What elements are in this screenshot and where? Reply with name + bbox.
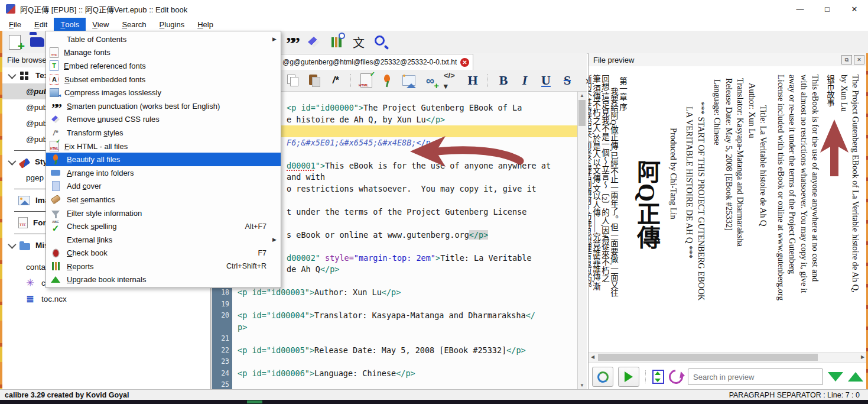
search-icon[interactable]	[373, 34, 389, 50]
refresh-preview-button[interactable]	[592, 367, 613, 387]
menu-item-filter-style-information[interactable]: Filter style information	[46, 206, 281, 220]
taskbar-sliver	[0, 400, 868, 404]
code-row[interactable]: 20<p id="id00004">Translator: Kasyapa-Ma…	[212, 310, 578, 322]
code-row[interactable]: 18<p id="id00003">Author: Xun Lu</p>	[212, 287, 578, 299]
menu-item-smarten-punctuation-works-best-for-english[interactable]: Smarten punctuation (works best for Engl…	[46, 99, 281, 113]
menu-item-fix-html-all-files[interactable]: Fix HTML - all files	[46, 140, 281, 153]
menu-item-beautify-all-files[interactable]: Beautify all files	[46, 153, 281, 166]
menubar-item-search[interactable]: Search	[115, 18, 152, 31]
paste-icon[interactable]	[307, 73, 322, 88]
scroll-down-icon[interactable]: ▼	[578, 382, 586, 389]
status-bar: calibre 3.29 created by Kovid Goyal PARA…	[0, 389, 868, 400]
menu-item-check-book[interactable]: Check bookF7	[46, 247, 281, 260]
reports-icon[interactable]	[329, 34, 344, 50]
tab-close-icon[interactable]: ✕	[460, 58, 469, 67]
edit-book-window: 阿Q正傳 [EPUB] :: 阿Q正傳Vert.epub :: Edit boo…	[0, 0, 868, 404]
find-next-icon[interactable]	[828, 372, 843, 382]
menubar-item-tools[interactable]: Tools	[54, 18, 86, 31]
new-file-icon[interactable]	[7, 34, 22, 50]
chinese-text-icon[interactable]	[351, 34, 366, 50]
underline-button[interactable]: U	[538, 73, 554, 88]
code-row[interactable]: 23	[212, 356, 578, 368]
close-button[interactable]: ✕	[841, 0, 868, 18]
menu-item-label: Fix HTML - all files	[64, 142, 266, 151]
reload-icon[interactable]	[666, 367, 686, 387]
menubar-item-edit[interactable]: Edit	[28, 18, 54, 31]
comment-icon	[333, 75, 339, 86]
code-row[interactable]: 21	[212, 333, 578, 345]
menu-item-upgrade-book-internals[interactable]: Upgrade book internals	[46, 273, 281, 287]
menu-item-table-of-contents[interactable]: Table of Contents▶	[46, 33, 281, 46]
code-row[interactable]: 22<p id="id00005">Release Date: May 5, 2…	[212, 345, 578, 357]
eraser-icon[interactable]	[306, 34, 321, 50]
chevron-down-icon[interactable]	[8, 157, 16, 165]
bold-button[interactable]: B	[496, 73, 511, 88]
menubar-item-file[interactable]: File	[2, 18, 28, 31]
heading-button[interactable]: H	[465, 73, 480, 88]
beautify-icon[interactable]	[380, 73, 395, 88]
menu-item-remove-unused-css-rules[interactable]: Remove unused CSS rules	[46, 113, 281, 127]
close-panel-icon[interactable]: ✕	[854, 55, 864, 64]
preview-text-column: The Project Gutenberg EBook of La Verita…	[850, 71, 862, 348]
code-row[interactable]: 24<p id="id00006">Language: Chinese</p>	[212, 368, 578, 380]
menubar-item-plugins[interactable]: Plugins	[153, 18, 191, 31]
menu-item-subset-embedded-fonts[interactable]: Subset embedded fonts	[46, 73, 281, 86]
fix-html-icon[interactable]	[359, 73, 374, 88]
insert-link-icon[interactable]	[422, 73, 438, 88]
copy-icon[interactable]	[285, 73, 301, 88]
file-preview-panel: File preview ⧉ ✕ The Project Gutenberg E…	[588, 53, 867, 389]
editor-vertical-scrollbar[interactable]: ▲ ▼	[577, 92, 587, 389]
preview-horizontal-scrollbar[interactable]: ◀ ▶	[589, 353, 867, 363]
preview-search-input[interactable]	[688, 369, 823, 385]
menu-item-reports[interactable]: ReportsCtrl+Shift+R	[46, 260, 281, 273]
run-preview-button[interactable]	[618, 367, 639, 387]
quote-icon[interactable]	[284, 34, 299, 50]
editor-tab[interactable]: @g@gutenberg@html@files@25332@25332-0-0.…	[278, 54, 473, 70]
menu-item-compress-images-losslessly[interactable]: Compress images losslessly	[46, 86, 281, 99]
comment-icon[interactable]	[328, 73, 343, 88]
chevron-down-icon[interactable]	[8, 70, 16, 79]
menu-item-label: Smarten punctuation (works best for Engl…	[67, 102, 266, 111]
insert-link-icon	[426, 74, 434, 88]
menubar-item-view[interactable]: View	[86, 18, 115, 31]
menu-item-embed-referenced-fonts[interactable]: Embed referenced fonts	[46, 59, 281, 73]
minimize-button[interactable]: —	[786, 0, 814, 18]
menu-item-check-spelling[interactable]: Check spellingAlt+F7	[46, 219, 281, 233]
menu-item-set-semantics[interactable]: Set semantics	[46, 193, 281, 206]
heading-icon: H	[467, 73, 477, 88]
strikethrough-button[interactable]: S	[560, 73, 575, 88]
toolbar-separator	[487, 74, 489, 87]
menu-item-label: Check book	[67, 248, 258, 257]
float-panel-icon[interactable]: ⧉	[841, 55, 852, 64]
menu-item-add-cover[interactable]: Add cover	[46, 180, 281, 193]
code-tag-icon[interactable]	[444, 73, 459, 88]
menu-item-external-links[interactable]: External links▶	[46, 233, 281, 247]
menu-item-transform-styles[interactable]: Transform styles	[46, 126, 281, 140]
insert-image-icon[interactable]	[401, 73, 417, 88]
transform-styles-icon	[50, 127, 61, 138]
italic-button[interactable]: I	[517, 73, 532, 88]
menu-item-manage-fonts[interactable]: Manage fonts	[46, 46, 281, 60]
fix-html-icon	[360, 73, 372, 88]
editor-scrollbar-thumb[interactable]	[578, 100, 586, 126]
preview-scrollbar-thumb[interactable]	[598, 354, 818, 361]
open-book-icon[interactable]	[30, 34, 45, 50]
menu-item-label: Manage fonts	[64, 48, 266, 57]
find-previous-icon[interactable]	[848, 372, 863, 382]
menu-item-label: External links	[67, 235, 266, 244]
scroll-left-icon[interactable]: ◀	[589, 353, 597, 361]
background-window-edge-left	[0, 31, 2, 389]
code-row[interactable]: 19	[212, 299, 578, 311]
chevron-down-icon[interactable]	[8, 240, 16, 248]
code-row[interactable]: p>	[212, 322, 578, 334]
preview-text-column: with almost no restrictions whatsoever. …	[798, 71, 810, 348]
code-token: </	[526, 311, 535, 320]
sync-position-button[interactable]	[652, 370, 664, 384]
maximize-button[interactable]: □	[814, 0, 841, 18]
menu-item-arrange-into-folders[interactable]: Arrange into folders	[46, 166, 281, 180]
scroll-right-icon[interactable]: ▶	[859, 353, 867, 361]
menubar-item-help[interactable]: Help	[191, 18, 220, 31]
code-row[interactable]: 25	[212, 379, 578, 389]
scroll-up-icon[interactable]: ▲	[578, 92, 586, 99]
file-item-toc-ncx[interactable]: toc.ncx	[2, 291, 210, 307]
